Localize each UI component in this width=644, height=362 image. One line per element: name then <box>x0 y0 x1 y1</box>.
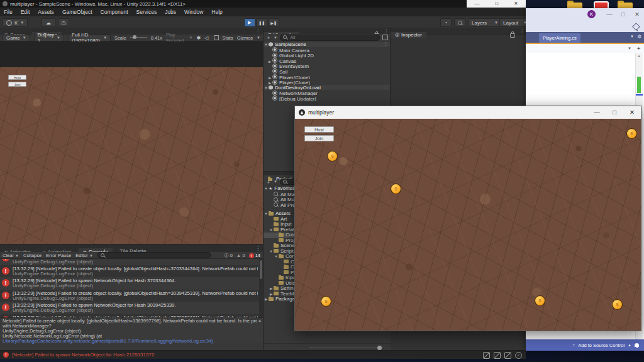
audio-mute-icon[interactable]: ◁∙ <box>204 35 209 41</box>
menu-gameobject[interactable]: GameObject <box>62 9 92 15</box>
console-entry[interactable]: ![13:32:29] [Netcode] Failed to spawn Ne… <box>0 302 259 314</box>
history-button[interactable]: ◷ <box>58 18 69 27</box>
close-button[interactable]: ✕ <box>514 0 518 8</box>
hierarchy-row[interactable]: EventSystem <box>264 63 391 69</box>
gear-icon[interactable]: ✲ <box>637 34 641 40</box>
hierarchy-row[interactable]: NetworkManager <box>264 90 391 96</box>
expand-open-icon[interactable]: ▼ <box>264 85 269 90</box>
menu-assets[interactable]: Assets <box>38 9 54 15</box>
pause-button[interactable]: ❚❚ <box>256 18 267 27</box>
error-pause-toggle[interactable]: Error Pause <box>46 253 71 258</box>
menu-window[interactable]: Window <box>184 9 203 15</box>
hierarchy-row[interactable]: [Debug Updater] <box>264 96 391 101</box>
add-icon[interactable]: ＋ <box>266 34 271 41</box>
unity-status-bar[interactable]: ! [Netcode] Failed to spawn NetworkObjec… <box>0 350 526 359</box>
menu-jobs[interactable]: Jobs <box>165 9 176 15</box>
vs-navigation-bar[interactable]: ▼ ＋ <box>526 44 644 53</box>
stack-trace-link[interactable]: Library/PackageCache/com.unity.netcode.g… <box>3 339 257 344</box>
menu-file[interactable]: File <box>4 9 13 15</box>
tab-inspector[interactable]: 🛈Inspector <box>391 32 426 38</box>
close-button[interactable]: ✕ <box>630 8 644 21</box>
row-menu-icon[interactable]: ⋮ <box>384 41 388 47</box>
console-scrollbar[interactable] <box>259 259 263 317</box>
menu-component[interactable]: Component <box>101 9 128 15</box>
menu-help[interactable]: Help <box>211 9 222 15</box>
editor-dropdown[interactable]: Editor ▼ <box>75 253 93 258</box>
host-button[interactable]: Host <box>304 126 334 133</box>
hierarchy-row-scene[interactable]: ▼DontDestroyOnLoad⋮ <box>264 85 391 90</box>
view-mode-dropdown[interactable]: Game▼ <box>3 35 30 41</box>
close-button[interactable]: ✕ <box>623 106 641 119</box>
gizmos-dropdown[interactable]: Gizmos <box>237 35 253 41</box>
clear-button[interactable]: Clear ▼ <box>3 253 19 258</box>
hierarchy-row-scene[interactable]: ▼SampleScene⋮ <box>264 41 391 47</box>
stats-button[interactable]: Stats <box>223 35 233 41</box>
warning-count[interactable]: ▲ 0 <box>236 253 245 258</box>
expand-closed-icon[interactable]: ▶ <box>267 75 272 80</box>
scale-slider[interactable] <box>130 37 147 38</box>
scene-filter-icon[interactable] <box>382 35 388 40</box>
game-view-viewport[interactable]: Host Join <box>0 67 263 244</box>
panel-menu-icon[interactable]: ⋮ <box>384 28 389 34</box>
join-button[interactable]: Join <box>304 135 334 141</box>
hierarchy-row[interactable]: ▶Canvas <box>264 58 391 63</box>
bug-icon[interactable]: ✱ <box>196 35 201 41</box>
expand-open-icon[interactable]: ▼ <box>264 186 269 192</box>
minimize-button[interactable]: — <box>474 0 479 8</box>
pin-icon[interactable] <box>632 23 640 31</box>
panel-menu-icon[interactable]: ⋮ <box>255 246 260 251</box>
step-button[interactable]: ▶❚ <box>268 18 279 27</box>
console-entry[interactable]: ![13:32:29] [Netcode] Failed to spawn Ne… <box>0 277 259 289</box>
maximize-button[interactable]: □ <box>495 0 498 8</box>
cache-disabled-icon[interactable] <box>483 352 490 359</box>
asset-zoom-slider[interactable] <box>309 348 383 348</box>
search-button[interactable] <box>454 18 465 27</box>
console-entry-partial[interactable]: ! UnityEngine.Debug:LogError (object) <box>0 259 259 265</box>
error-count[interactable]: ! 14 <box>249 253 260 258</box>
expand-open-icon[interactable]: ▼ <box>264 42 269 47</box>
undo-history-button[interactable]: ◔ <box>440 18 452 27</box>
scroll-up-icon[interactable]: ▲ <box>258 319 262 322</box>
add-icon[interactable]: ＋ <box>266 178 271 185</box>
menu-services[interactable]: Services <box>136 9 157 15</box>
game-canvas[interactable]: Host Join $$$$$$ <box>295 119 641 331</box>
scroll-up-icon[interactable]: ▲ <box>637 54 641 58</box>
expand-closed-icon[interactable]: ▶ <box>267 80 272 85</box>
console-entry[interactable]: ![13:32:29] [Netcode] Failed to create o… <box>0 290 259 302</box>
add-to-source-control-button[interactable]: Add to Source Control <box>578 343 625 348</box>
info-count[interactable]: 🛈 0 <box>224 253 233 258</box>
avatar[interactable]: K <box>587 10 596 18</box>
maximize-button[interactable]: □ <box>616 8 630 21</box>
collab-disabled-icon[interactable] <box>504 352 511 359</box>
minimize-button[interactable]: — <box>588 106 606 119</box>
tab-playeraiming[interactable]: PlayerAiming.cs <box>539 33 580 43</box>
vsync-icon[interactable] <box>214 35 219 40</box>
row-menu-icon[interactable]: ⋮ <box>384 85 388 90</box>
resolution-dropdown[interactable]: Full HD (1920x1080)▼ <box>68 35 111 41</box>
minimize-button[interactable]: — <box>602 8 616 21</box>
hierarchy-row[interactable]: Main Camera <box>264 47 391 53</box>
layers-dropdown[interactable]: Layers▼ <box>468 18 502 27</box>
display-dropdown[interactable]: Display 1▼ <box>34 35 64 41</box>
hierarchy-search-input[interactable]: All <box>280 35 380 41</box>
maximize-button[interactable]: □ <box>606 106 623 119</box>
play-button[interactable]: ▶ <box>244 18 255 27</box>
expand-closed-icon[interactable]: ▶ <box>267 59 272 63</box>
panel-menu-icon[interactable]: ⋮ <box>519 28 525 34</box>
game-window-titlebar[interactable]: multiplayer — □ ✕ <box>295 106 641 119</box>
join-button-mini[interactable]: Join <box>8 82 26 87</box>
console-detail-pane[interactable]: Netcode] Failed to create object locally… <box>0 317 263 343</box>
check-circle-icon[interactable] <box>515 352 522 359</box>
lock-icon[interactable] <box>510 29 518 40</box>
collapse-toggle[interactable]: Collapse <box>23 253 42 258</box>
hierarchy-row[interactable]: Soil <box>264 69 391 74</box>
bell-icon[interactable] <box>635 343 639 347</box>
menu-edit[interactable]: Edit <box>21 9 30 15</box>
hierarchy-row[interactable]: ▶Player(Clone) <box>264 74 391 80</box>
console-entry[interactable]: ![13:32:29] [Netcode] Failed to create o… <box>0 265 259 277</box>
host-button-mini[interactable]: Host <box>8 75 26 80</box>
hierarchy-row[interactable]: ▶Player(Clone) <box>264 79 391 85</box>
console-search-input[interactable] <box>97 252 211 258</box>
caret-down-icon[interactable]: ▼ <box>630 35 634 38</box>
hierarchy-row[interactable]: Global Light 2D <box>264 52 391 58</box>
